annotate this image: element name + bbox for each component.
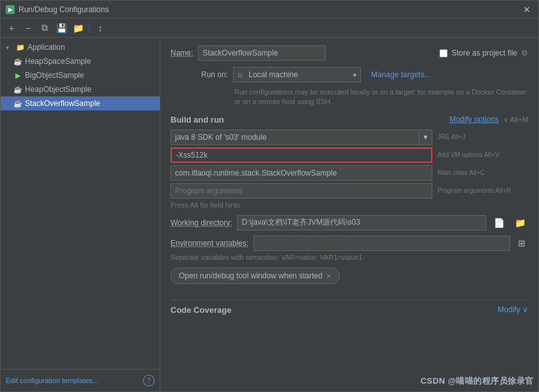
name-label: Name: [171, 49, 193, 57]
modify-options-shortcut: ∨ Alt+M [501, 116, 528, 124]
store-as-project-label: Store as project file [452, 49, 517, 57]
java-icon-heap: ☕ [13, 57, 22, 66]
working-dir-row: Working directory: 📄 📁 [171, 215, 528, 230]
sdk-input-wrapper: ▾ [171, 130, 432, 145]
dialog-icon: ▶ [6, 5, 15, 14]
env-var-icon-btn[interactable]: ⊞ [515, 237, 528, 250]
run-on-label: Run on: [171, 70, 228, 79]
info-text: Run configurations may be executed local… [234, 87, 528, 107]
env-var-label: Environment variables: [171, 239, 248, 248]
code-coverage-modify-link[interactable]: Modify ∨ [497, 305, 528, 314]
manage-targets-link[interactable]: Manage targets... [371, 70, 430, 79]
run-icon-big: ▶ [13, 71, 22, 80]
main-class-input[interactable] [171, 165, 432, 181]
code-coverage-label: Code Coverage [171, 305, 231, 315]
code-coverage-row: Code Coverage Modify ∨ [171, 299, 528, 315]
prog-args-row: Program arguments Alt+R [171, 183, 528, 199]
move-button[interactable]: 📁 [71, 21, 85, 35]
left-panel: ▾ 📁 Application ☕ HeapSpaceSample ▶ BigO… [1, 38, 160, 391]
tree-item-heapobjectsample[interactable]: ☕ HeapObjectSample [1, 82, 160, 96]
main-content: ▾ 📁 Application ☕ HeapSpaceSample ▶ BigO… [1, 38, 538, 391]
name-left: Name: [171, 45, 439, 61]
tree-view: ▾ 📁 Application ☕ HeapSpaceSample ▶ BigO… [1, 38, 160, 369]
open-debug-chip[interactable]: Open run/debug tool window when started … [171, 268, 340, 284]
edit-templates-link[interactable]: Edit configuration templates... [6, 377, 98, 384]
run-on-select[interactable]: ⌂ Local machine ▾ [233, 67, 361, 82]
press-alt-hint: Press Alt for field hints [171, 201, 528, 209]
jre-hint: JRE Alt+J [432, 133, 528, 140]
tree-group-label: Application [27, 43, 65, 52]
title-bar-left: ▶ Run/Debug Configurations [6, 5, 109, 14]
working-dir-folder-btn[interactable]: 📁 [512, 216, 528, 229]
tree-item-label: BigObjectSample [25, 71, 84, 80]
tree-item-label: HeapObjectSample [25, 85, 91, 94]
add-button[interactable]: + [4, 21, 19, 35]
tree-group-application[interactable]: ▾ 📁 Application [1, 40, 160, 54]
chip-close-btn[interactable]: × [326, 271, 331, 281]
tree-item-label: StackOverflowSample [25, 99, 100, 108]
tree-item-label: HeapSpaceSample [25, 57, 91, 66]
machine-icon: ⌂ [238, 70, 242, 79]
sort-button[interactable]: ↕ [93, 21, 107, 35]
toolbar-separator [89, 23, 89, 33]
env-var-hint: Separate variables with semicolon: VAR=v… [171, 253, 528, 261]
store-as-project: Store as project file ⚙ [439, 49, 528, 57]
run-on-row: Run on: ⌂ Local machine ▾ Manage targets… [171, 67, 528, 82]
sdk-dropdown-btn[interactable]: ▾ [420, 130, 432, 145]
name-row: Name: Store as project file ⚙ [171, 45, 528, 61]
remove-button[interactable]: − [21, 21, 35, 35]
java-icon-stack: ☕ [13, 99, 22, 108]
tree-toggle-icon: ▾ [6, 44, 13, 51]
open-debug-section: Open run/debug tool window when started … [171, 268, 528, 292]
copy-button[interactable]: ⧉ [38, 21, 52, 35]
vm-options-input[interactable] [171, 147, 432, 163]
run-on-value: Local machine [248, 70, 298, 79]
modify-options-link[interactable]: Modify options [450, 115, 499, 124]
tree-item-bigobjectsample[interactable]: ▶ BigObjectSample [1, 68, 160, 82]
build-run-title: Build and run [171, 115, 224, 124]
sdk-row: ▾ JRE Alt+J [171, 130, 528, 145]
sdk-input[interactable] [171, 130, 420, 145]
java-icon-heapobj: ☕ [13, 85, 22, 94]
run-debug-dialog: ▶ Run/Debug Configurations ✕ + − ⧉ 💾 📁 ↕… [0, 0, 539, 392]
main-class-row: Main class Alt+C [171, 165, 528, 181]
working-dir-label: Working directory: [171, 218, 232, 227]
env-var-input[interactable] [254, 236, 510, 251]
working-dir-file-btn[interactable]: 📄 [491, 216, 507, 229]
close-button[interactable]: ✕ [520, 4, 533, 15]
right-panel: Name: Store as project file ⚙ Run on: ⌂ … [160, 38, 538, 391]
folder-icon: 📁 [16, 43, 25, 52]
chip-label: Open run/debug tool window when started [179, 271, 323, 280]
tree-item-heapspacesample[interactable]: ☕ HeapSpaceSample [1, 54, 160, 68]
prog-args-hint: Program arguments Alt+R [432, 187, 528, 194]
help-button[interactable]: ? [143, 375, 155, 386]
dialog-title: Run/Debug Configurations [19, 5, 109, 14]
name-input[interactable] [198, 45, 326, 61]
dropdown-arrow-icon: ▾ [353, 72, 356, 79]
add-vm-hint: Add VM options Alt+V [432, 151, 528, 158]
build-run-header: Build and run Modify options ∨ Alt+M [171, 115, 528, 124]
main-class-hint: Main class Alt+C [432, 169, 528, 176]
save-button[interactable]: 💾 [54, 21, 68, 35]
section-actions: Modify options ∨ Alt+M [450, 115, 528, 124]
store-as-project-checkbox[interactable] [439, 49, 448, 57]
title-bar: ▶ Run/Debug Configurations ✕ [1, 1, 538, 19]
env-var-row: Environment variables: ⊞ [171, 236, 528, 251]
left-bottom: Edit configuration templates... ? [1, 369, 160, 391]
tree-item-stackoverflowsample[interactable]: ☕ StackOverflowSample [1, 96, 160, 110]
prog-args-input[interactable] [171, 183, 432, 199]
working-dir-input[interactable] [237, 215, 486, 230]
gear-icon[interactable]: ⚙ [521, 49, 528, 57]
toolbar: + − ⧉ 💾 📁 ↕ [1, 19, 538, 38]
vm-options-row: Add VM options Alt+V [171, 147, 528, 163]
